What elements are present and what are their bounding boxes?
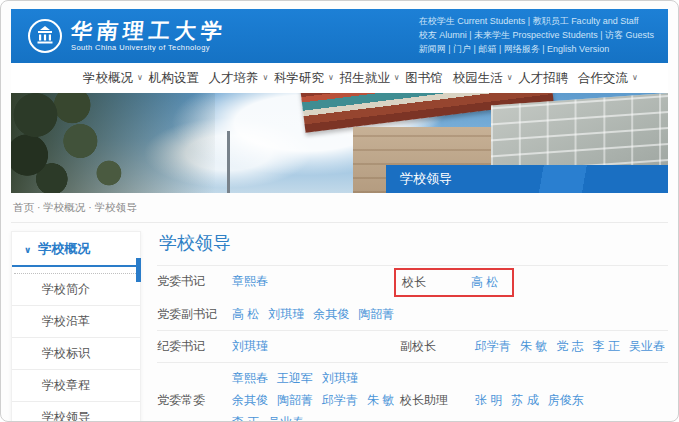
sidebar-header[interactable]: ∨学校概况 bbox=[12, 232, 140, 267]
sidebar-list: 学校简介学校沿革学校标识学校章程学校领导校史钩沉 bbox=[12, 274, 140, 422]
nav-item-label: 人才招聘 bbox=[518, 71, 568, 85]
banner: 学校领导 bbox=[11, 93, 668, 193]
nav-item[interactable]: 机构设置 bbox=[149, 70, 203, 87]
name-links: 刘琪瑾 bbox=[232, 338, 268, 355]
sidebar-header-label: 学校概况 bbox=[38, 241, 90, 256]
sidebar-item[interactable]: 学校标识 bbox=[12, 338, 140, 370]
row-vice-presidents: 副校长 邱学青朱 敏党 志李 正吴业春 bbox=[400, 330, 668, 362]
banner-trees bbox=[11, 93, 215, 193]
nav-item[interactable]: 合作交流∨ bbox=[578, 70, 638, 87]
university-name-zh: 华南理工大学 bbox=[70, 20, 228, 42]
name-links: 章熙春王迎军刘琪瑾余其俊陶韶菁邱学青朱 敏李 正吴业春 bbox=[232, 370, 400, 422]
leader-name-link[interactable]: 陶韶菁 bbox=[277, 392, 313, 409]
main-nav: 学校概况∨ 机构设置 人才培养∨ 科学研究∨ 招生就业∨ 图书馆 校园生活∨ bbox=[11, 63, 668, 93]
sidebar-item[interactable]: 学校领导 bbox=[12, 402, 140, 422]
nav-item[interactable]: 图书馆 bbox=[405, 70, 447, 87]
nav-item-label: 学校概况 bbox=[83, 71, 133, 85]
sidebar-divider bbox=[14, 267, 138, 274]
sidebar-item[interactable]: 学校简介 bbox=[12, 274, 140, 306]
nav-item[interactable]: 人才招聘 bbox=[518, 70, 572, 87]
banner-pole bbox=[227, 131, 230, 193]
leader-name-link[interactable]: 党 志 bbox=[556, 338, 583, 355]
sidebar-item[interactable]: 学校章程 bbox=[12, 370, 140, 402]
row-president: 校长 高 松 bbox=[400, 266, 668, 299]
university-logo[interactable]: 华南理工大学 South China University of Technol… bbox=[27, 18, 227, 54]
nav-item-label: 招生就业 bbox=[340, 71, 390, 85]
nav-item-label: 科学研究 bbox=[274, 71, 324, 85]
banner-title: 学校领导 bbox=[400, 170, 452, 188]
leader-name-link[interactable]: 刘琪瑾 bbox=[322, 370, 358, 387]
president-highlight-box: 校长 高 松 bbox=[394, 268, 514, 297]
sidebar-scrollbar-thumb[interactable] bbox=[136, 258, 141, 282]
nav-item[interactable]: 学校概况∨ bbox=[83, 70, 143, 87]
leader-name-link[interactable]: 吴业春 bbox=[629, 338, 665, 355]
nav-item-label: 合作交流 bbox=[578, 71, 628, 85]
leader-name-link[interactable]: 陶韶菁 bbox=[358, 306, 394, 323]
chevron-down-icon: ∨ bbox=[507, 73, 513, 82]
name-links: 邱学青朱 敏党 志李 正吴业春 bbox=[475, 338, 665, 355]
nav-item[interactable]: 人才培养∨ bbox=[208, 70, 268, 87]
university-seal-icon bbox=[27, 18, 63, 54]
quick-links-line[interactable]: 校友 Alumni | 未来学生 Prospective Students | … bbox=[419, 29, 654, 43]
row-party-secretary: 党委书记 章熙春 bbox=[157, 266, 400, 299]
leader-name-link[interactable]: 李 正 bbox=[593, 338, 620, 355]
name-links: 高 松 bbox=[471, 274, 498, 291]
chevron-down-icon: ∨ bbox=[394, 73, 400, 82]
nav-item[interactable]: 校园生活∨ bbox=[453, 70, 513, 87]
row-label: 党委常委 bbox=[157, 392, 232, 409]
nav-item[interactable]: 招生就业∨ bbox=[340, 70, 400, 87]
chevron-down-icon: ∨ bbox=[24, 245, 31, 255]
leader-name-link[interactable]: 章熙春 bbox=[232, 273, 268, 290]
chevron-down-icon: ∨ bbox=[328, 73, 334, 82]
university-name-en: South China University of Technology bbox=[71, 43, 227, 52]
leader-name-link[interactable]: 章熙春 bbox=[232, 370, 268, 387]
leader-name-link[interactable]: 吴业春 bbox=[268, 414, 304, 422]
nav-item-label: 图书馆 bbox=[405, 71, 443, 85]
page: 华南理工大学 South China University of Technol… bbox=[0, 0, 679, 422]
quick-links-line[interactable]: 在校学生 Current Students | 教职员工 Faculty and… bbox=[419, 15, 654, 29]
sidebar: ∨学校概况 学校简介学校沿革学校标识学校章程学校领导校史钩沉 bbox=[11, 231, 141, 422]
row-label: 纪委书记 bbox=[157, 338, 232, 355]
leader-name-link[interactable]: 李 正 bbox=[232, 414, 259, 422]
leadership-table: 党委书记 章熙春 校长 高 松 党委副书记 bbox=[157, 265, 668, 422]
nav-item-label: 机构设置 bbox=[149, 71, 199, 85]
banner-title-strip: 学校领导 bbox=[386, 165, 668, 193]
leader-name-link[interactable]: 朱 敏 bbox=[367, 392, 394, 409]
nav-item[interactable]: 科学研究∨ bbox=[274, 70, 334, 87]
leader-name-link[interactable]: 余其俊 bbox=[232, 392, 268, 409]
leader-name-link[interactable]: 高 松 bbox=[232, 306, 259, 323]
leader-name-link[interactable]: 余其俊 bbox=[313, 306, 349, 323]
leader-name-link[interactable]: 刘琪瑾 bbox=[268, 306, 304, 323]
leader-name-link[interactable]: 高 松 bbox=[471, 274, 498, 291]
main-content: 学校领导 党委书记 章熙春 校长 高 松 bbox=[157, 231, 668, 422]
row-label: 党委书记 bbox=[157, 273, 232, 290]
leader-name-link[interactable]: 苏 成 bbox=[511, 392, 538, 409]
row-label: 副校长 bbox=[400, 338, 475, 355]
row-standing-committee: 党委常委 章熙春王迎军刘琪瑾余其俊陶韶菁邱学青朱 敏李 正吴业春 bbox=[157, 362, 400, 422]
row-label: 校长 bbox=[402, 274, 471, 291]
name-links: 张 明苏 成房俊东 bbox=[475, 392, 584, 409]
row-spacer bbox=[400, 299, 668, 330]
row-discipline-secretary: 纪委书记 刘琪瑾 bbox=[157, 330, 400, 362]
sidebar-item[interactable]: 学校沿革 bbox=[12, 306, 140, 338]
leader-name-link[interactable]: 刘琪瑾 bbox=[232, 338, 268, 355]
name-links: 章熙春 bbox=[232, 273, 268, 290]
page-title: 学校领导 bbox=[159, 231, 668, 255]
chevron-down-icon: ∨ bbox=[262, 73, 268, 82]
leader-name-link[interactable]: 朱 敏 bbox=[520, 338, 547, 355]
chevron-down-icon: ∨ bbox=[632, 73, 638, 82]
nav-item-label: 校园生活 bbox=[453, 71, 503, 85]
row-deputy-party-secretaries: 党委副书记 高 松刘琪瑾余其俊陶韶菁 bbox=[157, 299, 400, 330]
leader-name-link[interactable]: 邱学青 bbox=[475, 338, 511, 355]
leader-name-link[interactable]: 房俊东 bbox=[548, 392, 584, 409]
quick-links: 在校学生 Current Students | 教职员工 Faculty and… bbox=[419, 15, 654, 57]
leader-name-link[interactable]: 邱学青 bbox=[322, 392, 358, 409]
leader-name-link[interactable]: 王迎军 bbox=[277, 370, 313, 387]
quick-links-line[interactable]: 新闻网 | 门户 | 邮箱 | 网络服务 | English Version bbox=[419, 43, 654, 57]
site-header: 华南理工大学 South China University of Technol… bbox=[11, 9, 668, 63]
row-label: 校长助理 bbox=[400, 392, 475, 409]
row-label: 党委副书记 bbox=[157, 306, 232, 323]
leader-name-link[interactable]: 张 明 bbox=[475, 392, 502, 409]
chevron-down-icon: ∨ bbox=[137, 73, 143, 82]
breadcrumb[interactable]: 首页 · 学校概况 · 学校领导 bbox=[11, 193, 668, 223]
